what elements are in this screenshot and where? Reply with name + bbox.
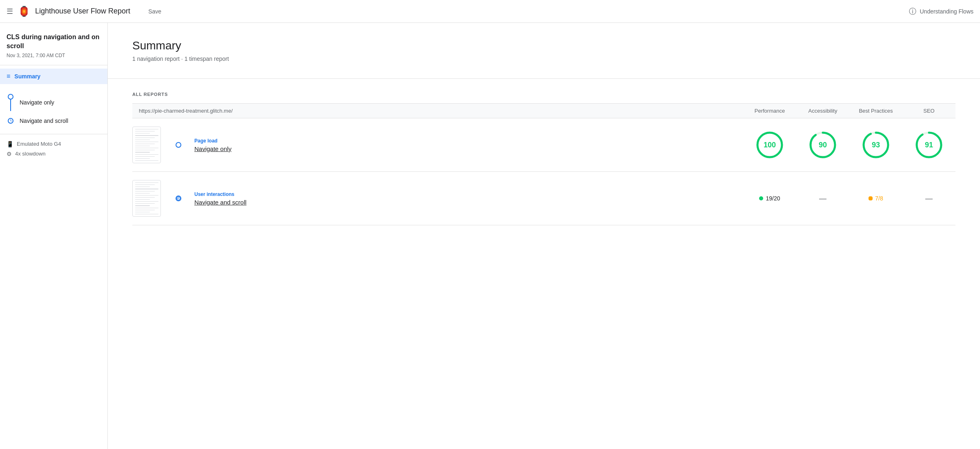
report-type: User interactions [194,191,737,197]
thumb-line [135,144,155,144]
sidebar-report-date: Nov 3, 2021, 7:00 AM CDT [0,51,107,65]
performance-score-cell: 100 [743,118,796,172]
header: ☰ 🏮 Lighthouse User Flow Report Save ⓘ U… [0,0,980,23]
thumb-line [135,129,158,129]
url-column-header: https://pie-charmed-treatment.glitch.me/ [132,104,743,118]
thumb-line [135,203,155,204]
score-circle: 91 [914,130,944,160]
device-emulation-label: Emulated Moto G4 [17,141,61,147]
summary-title: Summary [132,39,956,52]
list-icon: ≡ [7,73,10,80]
device-slowdown-label: 4x slowdown [15,151,45,157]
flow-line-1 [10,100,11,111]
thumbnail-cell [132,118,169,172]
navigate-only-label: Navigate only [20,99,54,106]
thumb-line [135,210,155,210]
header-title: Lighthouse User Flow Report [35,7,130,16]
thumb-line [135,187,150,187]
circle-connector-icon [176,142,181,148]
dash-score: — [925,194,933,203]
clock-connector-icon [176,196,181,201]
thumb-line [135,189,158,189]
thumb-line [135,154,158,155]
thumb-line [135,208,158,208]
sidebar-item-navigate-only[interactable]: Navigate only [0,91,107,114]
thumb-line [135,156,155,157]
reports-table: https://pie-charmed-treatment.glitch.me/… [132,103,956,225]
seo-score-cell: — [902,172,956,225]
score-circle: 100 [755,130,784,160]
report-info-cell: User interactions Navigate and scroll [188,172,743,225]
thumb-line [135,140,150,140]
summary-section: Summary 1 navigation report · 1 timespan… [108,23,980,79]
orange-dot-icon [869,196,873,200]
seo-score-cell: 91 [902,118,956,172]
table-header-row: https://pie-charmed-treatment.glitch.me/… [132,104,956,118]
sidebar-item-summary[interactable]: ≡ Summary [0,69,107,84]
table-row: User interactions Navigate and scroll 19… [132,172,956,225]
summary-subtitle: 1 navigation report · 1 timespan report [132,56,956,62]
thumb-line [135,212,150,212]
thumb-line [135,158,150,159]
thumb-line [135,133,150,133]
thumb-line [135,195,158,196]
dash-score: — [819,194,826,203]
accessibility-column-header: Accessibility [796,104,849,118]
score-circle: 93 [861,130,891,160]
best-practices-score-cell: 93 [849,118,902,172]
accessibility-score-cell: 90 [796,118,849,172]
thumbnail-cell [132,172,169,225]
sidebar-report-title: CLS during navigation and on scroll [0,33,107,51]
device-emulation-item: 📱 Emulated Moto G4 [7,141,101,147]
reports-section: ALL REPORTS https://pie-charmed-treatmen… [108,79,980,238]
thumb-line [135,152,150,152]
thumb-line [135,135,158,136]
thumb-line [135,148,158,148]
table-row: Page load Navigate only 100 90 [132,118,956,172]
best-practices-column-header: Best Practices [849,104,902,118]
lighthouse-logo: 🏮 [18,6,30,17]
thumb-line [135,193,150,193]
thumb-line [135,150,155,150]
thumb-line [135,205,150,206]
report-name-link[interactable]: Navigate only [194,145,232,152]
seo-column-header: SEO [902,104,956,118]
summary-label: Summary [14,73,40,80]
navigate-scroll-label: Navigate and scroll [20,118,68,124]
performance-column-header: Performance [743,104,796,118]
flow-connector-1 [7,94,15,111]
report-info-cell: Page load Navigate only [188,118,743,172]
score-value: 90 [819,141,827,149]
circle-dot-icon [8,94,13,100]
thumb-line [135,184,155,185]
report-thumbnail [132,127,161,163]
menu-icon[interactable]: ☰ [7,7,13,16]
save-button[interactable]: Save [145,6,165,17]
score-value: 100 [764,141,776,149]
understanding-flows-link[interactable]: ⓘ Understanding Flows [909,7,973,16]
flow-connector-2 [7,118,15,124]
connector-cell [169,172,188,225]
clock-dot-icon [8,118,13,124]
thumb-line [135,199,150,200]
report-name-link[interactable]: Navigate and scroll [194,199,247,206]
main-content: Summary 1 navigation report · 1 timespan… [108,23,980,449]
timespan-value: 19/20 [766,195,780,202]
thumb-line [135,201,158,202]
green-dot-icon [759,196,763,200]
score-value: 91 [925,141,933,149]
header-left: ☰ 🏮 Lighthouse User Flow Report Save [7,6,165,17]
understanding-flows-label: Understanding Flows [920,8,973,15]
thumb-line [135,146,150,146]
thumb-line [135,182,158,183]
sidebar-device-info: 📱 Emulated Moto G4 ⚙ 4x slowdown [0,141,107,157]
sidebar-item-navigate-scroll[interactable]: Navigate and scroll [0,114,107,127]
timespan-score-orange: 7/8 [869,195,883,202]
report-thumbnail [132,180,161,217]
best-practices-score-cell: 7/8 [849,172,902,225]
help-icon: ⓘ [909,7,916,16]
cpu-icon: ⚙ [7,151,12,157]
accessibility-score-cell: — [796,172,849,225]
thumb-line [135,214,158,214]
device-slowdown-item: ⚙ 4x slowdown [7,151,101,157]
